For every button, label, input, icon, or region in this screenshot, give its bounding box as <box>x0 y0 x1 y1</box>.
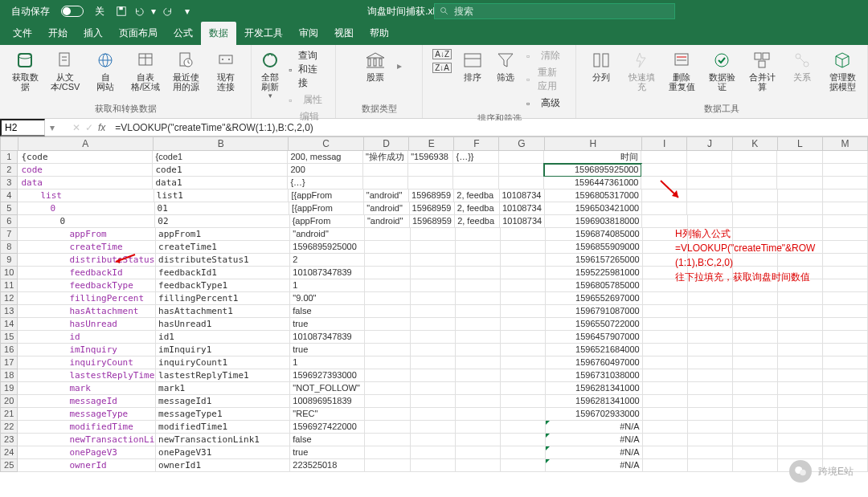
cell-H11[interactable]: 1596805785000 <box>546 279 643 292</box>
tab-8[interactable]: 视图 <box>326 22 362 45</box>
cell-E2[interactable] <box>408 164 453 177</box>
cell-L4[interactable] <box>778 189 823 202</box>
col-header-B[interactable]: B <box>154 136 289 151</box>
cell-B10[interactable]: feedbackId1 <box>156 267 290 279</box>
cell-C3[interactable]: {…} <box>288 177 363 189</box>
cell-L12[interactable] <box>778 292 823 305</box>
cell-D3[interactable] <box>363 177 408 189</box>
cell-G17[interactable] <box>501 356 546 369</box>
cell-E10[interactable] <box>411 267 456 279</box>
cell-E13[interactable] <box>411 305 456 318</box>
cell-C11[interactable]: 1 <box>290 279 365 292</box>
cell-G21[interactable] <box>501 408 546 421</box>
cell-G16[interactable] <box>501 344 546 356</box>
cell-E12[interactable] <box>411 292 456 305</box>
cell-I24[interactable] <box>643 446 688 459</box>
qat-customize-icon[interactable]: ▾ <box>180 4 194 18</box>
cell-D15[interactable] <box>365 331 410 344</box>
cell-A14[interactable]: hasUnread <box>18 318 156 331</box>
cell-F11[interactable] <box>456 279 501 292</box>
name-dropdown-icon[interactable]: ▾ <box>50 122 55 133</box>
cell-A13[interactable]: hasAttachment <box>18 305 156 318</box>
cell-M20[interactable] <box>823 395 868 408</box>
cell-F19[interactable] <box>456 382 501 395</box>
cell-L22[interactable] <box>778 421 823 434</box>
cell-H14[interactable]: 1596550722000 <box>546 318 643 331</box>
cell-E19[interactable] <box>411 382 456 395</box>
g5-btn-0[interactable]: 分列 <box>583 48 620 84</box>
cell-M23[interactable] <box>823 434 868 446</box>
cell-G6[interactable]: 10108734 <box>500 215 545 228</box>
cell-D8[interactable] <box>365 241 410 254</box>
cell-M22[interactable] <box>823 421 868 434</box>
cell-E3[interactable] <box>408 177 453 189</box>
cell-M16[interactable] <box>823 344 868 356</box>
cell-H23[interactable]: #N/A <box>546 434 643 446</box>
cell-B3[interactable]: data1 <box>153 177 288 189</box>
g5-btn-1[interactable]: 快速填充 <box>623 48 660 93</box>
cell-J18[interactable] <box>688 369 733 382</box>
cell-B12[interactable]: fillingPercent1 <box>156 292 290 305</box>
cell-A16[interactable]: imInquiry <box>18 344 156 356</box>
cell-M10[interactable] <box>823 267 868 279</box>
row-header[interactable]: 10 <box>0 267 18 279</box>
row-header[interactable]: 5 <box>0 202 18 215</box>
cell-E5[interactable]: 15968959 <box>410 202 455 215</box>
cell-B22[interactable]: modifiedTime1 <box>156 421 290 434</box>
cell-K12[interactable] <box>733 292 778 305</box>
cell-H21[interactable]: 1596702933000 <box>546 408 643 421</box>
row-header[interactable]: 17 <box>0 356 18 369</box>
cell-H5[interactable]: 1596503421000 <box>545 202 642 215</box>
cell-D21[interactable] <box>365 408 410 421</box>
cell-J25[interactable] <box>688 459 733 472</box>
cell-B14[interactable]: hasUnread1 <box>156 318 290 331</box>
cell-G14[interactable] <box>501 318 546 331</box>
cell-C13[interactable]: false <box>290 305 365 318</box>
cell-L2[interactable] <box>777 164 822 177</box>
cell-E22[interactable] <box>411 421 456 434</box>
cell-K15[interactable] <box>733 331 778 344</box>
cell-B23[interactable]: newTransactionLink1 <box>156 434 290 446</box>
cell-K20[interactable] <box>733 395 778 408</box>
cell-L15[interactable] <box>778 331 823 344</box>
cell-G2[interactable] <box>499 164 544 177</box>
cell-C25[interactable]: 223525018 <box>290 459 365 472</box>
row-header[interactable]: 14 <box>0 318 18 331</box>
cell-G25[interactable] <box>501 459 546 472</box>
cell-H24[interactable]: #N/A <box>546 446 643 459</box>
cell-E15[interactable] <box>411 331 456 344</box>
cell-A17[interactable]: inquiryCount <box>18 356 156 369</box>
cell-K4[interactable] <box>732 189 777 202</box>
cell-L21[interactable] <box>778 408 823 421</box>
cell-G8[interactable] <box>501 241 546 254</box>
g5-btn-3[interactable]: 数据验证 <box>703 48 740 93</box>
cell-E18[interactable] <box>411 369 456 382</box>
smallbtn-0[interactable]: ▫查询和连接 <box>285 48 329 91</box>
cell-A2[interactable]: code <box>18 164 153 177</box>
cell-F16[interactable] <box>456 344 501 356</box>
g1-btn-4[interactable]: 最近使用的源 <box>167 48 204 93</box>
cell-D25[interactable] <box>365 459 410 472</box>
g1-btn-0[interactable]: 获取数据 <box>6 48 43 93</box>
cell-D11[interactable] <box>365 279 410 292</box>
undo-icon[interactable] <box>133 6 145 17</box>
row-header[interactable]: 22 <box>0 421 18 434</box>
g5-btn-5[interactable]: 关系 <box>784 48 821 84</box>
cell-L20[interactable] <box>778 395 823 408</box>
cell-J22[interactable] <box>688 421 733 434</box>
cancel-icon[interactable]: ✕ <box>72 122 80 133</box>
cell-H19[interactable]: 1596281341000 <box>546 382 643 395</box>
g1-btn-3[interactable]: 自表格/区域 <box>127 48 164 93</box>
cell-F12[interactable] <box>456 292 501 305</box>
row-header[interactable]: 13 <box>0 305 18 318</box>
cell-I15[interactable] <box>643 331 688 344</box>
cell-A12[interactable]: fillingPercent <box>18 292 156 305</box>
cell-E23[interactable] <box>411 434 456 446</box>
cell-K14[interactable] <box>733 318 778 331</box>
cell-I18[interactable] <box>643 369 688 382</box>
cell-K23[interactable] <box>733 434 778 446</box>
cell-E17[interactable] <box>411 356 456 369</box>
cell-L23[interactable] <box>778 434 823 446</box>
cell-G5[interactable]: 10108734 <box>500 202 545 215</box>
cell-M9[interactable] <box>823 254 868 267</box>
